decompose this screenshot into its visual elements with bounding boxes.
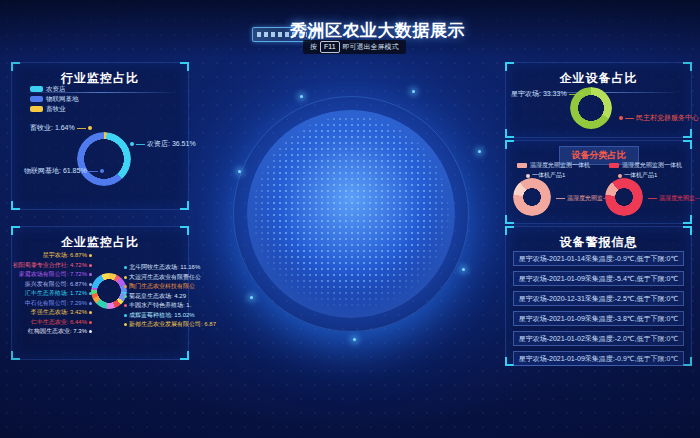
- chart-callout: 陶门生态农业科技有限公: [124, 282, 188, 292]
- chart-callout: 家庭农场有限公司: 7.72%: [14, 270, 92, 280]
- callout-dot: [88, 126, 92, 130]
- chart-callout: 星宇农场: 6.87%: [14, 251, 92, 261]
- callout-text: 物联网基地: 61.85%: [24, 166, 87, 176]
- chart-callout-text: 初阳蜀黍专业合作社: 4.72%: [13, 261, 87, 270]
- network-node-dot: [412, 90, 415, 93]
- chart-callout: 新都生态农业发展有限公司: 6.87: [124, 320, 188, 330]
- legend-dot: [30, 106, 43, 112]
- chart-callout-text: 大运河生态农业有限责任公: [129, 273, 201, 282]
- callout-dot: [618, 174, 622, 178]
- chart-callout: 红梅园生态农业: 7.3%: [14, 327, 92, 337]
- leader-line: [556, 198, 565, 199]
- legend-dot: [89, 273, 92, 276]
- chart-callout: 菊花皇生态农场: 4.29: [124, 292, 188, 302]
- chart-callout-text: 菊花皇生态农场: 4.29: [129, 292, 186, 301]
- panel-device-alarms: 设备警报信息 星宇农场-2021-01-14采集温度:-0.9℃,低于下限:0℃…: [505, 226, 692, 366]
- alarm-row-text: 星宇农场-2021-01-09采集温度:-5.4℃,低于下限:0℃: [519, 275, 679, 282]
- network-node-dot: [238, 170, 241, 173]
- chart-callout-text: 中石化有限公司: 7.29%: [25, 299, 87, 308]
- alarm-row: 星宇农场-2021-01-09采集温度:-0.9℃,低于下限:0℃: [513, 351, 684, 366]
- leader-line: [648, 198, 657, 199]
- chart-callout: 成辉蓝莓种植地: 15.02%: [124, 311, 188, 321]
- device-donut-chart[interactable]: [513, 178, 551, 216]
- panel-device-classification: 设备分类占比 温湿度光照监测一体机 一体机产品1 温湿度光照监— 温湿度光照监测…: [505, 140, 692, 224]
- legend-dot: [124, 276, 127, 279]
- alarm-row-text: 星宇农场-2021-01-02采集温度:-2.0℃,低于下限:0℃: [519, 335, 679, 342]
- legend-label: 温湿度光照监测一体机: [622, 161, 682, 170]
- panel-equipment-ratio: 企业设备占比 星宇农场: 33.33% 民主村党群服务中心: [505, 62, 692, 138]
- industry-callout-store: 农资店: 36.51%: [130, 139, 196, 149]
- dashboard-stage: 秀洲区农业大数据展示 按 F11 即可退出全屏模式 行业监控占比 农资店物联网基…: [0, 0, 700, 438]
- legend-dot: [89, 302, 92, 305]
- panel-enterprise-ratio: 企业监控占比 星宇农场: 6.87%初阳蜀黍专业合作社: 4.72%家庭农场有限…: [11, 226, 189, 360]
- chart-callout: 仁丰生态农业: 6.44%: [14, 318, 92, 328]
- callout-dot: [580, 92, 584, 96]
- chart-callout-text: 成辉蓝莓种植地: 15.02%: [129, 311, 195, 320]
- chart-callout-text: 丰园水产特色养殖场: 1.: [129, 301, 191, 310]
- classification-chart-right: 温湿度光照监测一体机 一体机产品1 温湿度光照监—: [600, 161, 692, 221]
- legend-dot: [30, 86, 43, 92]
- globe-visualization: [247, 110, 455, 318]
- panel-title: 企业监控占比: [12, 227, 188, 251]
- classification-chart-left: 温湿度光照监测一体机 一体机产品1 温湿度光照监—: [508, 161, 600, 221]
- legend-item-text: 物联网基地: [46, 95, 79, 104]
- chart-callout: 北斗阿牧生态农场: 11.16%: [124, 263, 188, 273]
- chart-callout: 李强生态农场: 3.42%: [14, 308, 92, 318]
- callout-dot: [619, 116, 623, 120]
- callout-text: 民主村党群服务中心: [636, 113, 699, 123]
- chart-callout: 初阳蜀黍专业合作社: 4.72%: [14, 261, 92, 271]
- chart-callout: 振兴发有限公司: 6.87%: [14, 280, 92, 290]
- device-donut-chart[interactable]: [605, 178, 643, 216]
- chart-callout-text: 家庭农场有限公司: 7.72%: [19, 270, 87, 279]
- industry-legend: 农资店物联网基地畜牧业: [30, 84, 79, 114]
- industry-donut-chart[interactable]: [77, 132, 131, 186]
- panel-title: 企业设备占比: [506, 63, 691, 87]
- chart-callout: 大运河生态农业有限责任公: [124, 273, 188, 283]
- legend-item-text: 农资店: [46, 85, 66, 94]
- legend-dot: [124, 304, 127, 307]
- legend-dot: [89, 330, 92, 333]
- callout-text: 温湿度光照监—: [659, 194, 700, 203]
- legend-swatch: [517, 163, 527, 168]
- legend-item: 畜牧业: [30, 104, 79, 114]
- legend-dot: [124, 285, 127, 288]
- enterprise-labels-left: 星宇农场: 6.87%初阳蜀黍专业合作社: 4.72%家庭农场有限公司: 7.7…: [14, 251, 92, 337]
- chart-callout-text: 汇丰生态养殖场: 1.72%: [25, 289, 87, 298]
- callout-text: 畜牧业: 1.64%: [30, 123, 75, 133]
- chart-callout-text: 陶门生态农业科技有限公: [129, 282, 195, 291]
- alarm-row-text: 星宇农场-2021-01-14采集温度:-0.9℃,低于下限:0℃: [519, 255, 679, 262]
- chart-callout: 汇丰生态养殖场: 1.72%: [14, 289, 92, 299]
- legend-dot: [124, 266, 127, 269]
- legend-swatch: [609, 163, 619, 168]
- legend-label: 温湿度光照监测一体机: [530, 161, 590, 170]
- leader-line: [569, 94, 578, 95]
- network-node-dot: [300, 95, 303, 98]
- callout-text: 星宇农场: 33.33%: [511, 89, 567, 99]
- equipment-callout-farm: 星宇农场: 33.33%: [511, 89, 584, 99]
- alarm-row: 星宇农场-2020-12-31采集温度:-2.5℃,低于下限:0℃: [513, 291, 684, 306]
- legend-dot: [89, 321, 92, 324]
- chart-callout-text: 红梅园生态农业: 7.3%: [28, 327, 87, 336]
- legend-dot: [89, 264, 92, 267]
- callout-dot: [130, 142, 134, 146]
- alarm-row-text: 星宇农场-2021-01-09采集温度:-0.9℃,低于下限:0℃: [519, 355, 679, 362]
- chart-callout-text: 李强生态农场: 3.42%: [31, 308, 87, 317]
- header-band: [0, 0, 700, 58]
- callout-text: 农资店: 36.51%: [147, 139, 196, 149]
- panel-industry-ratio: 行业监控占比 农资店物联网基地畜牧业 畜牧业: 1.64% 农资店: 36.51…: [11, 62, 189, 210]
- industry-callout-iot: 物联网基地: 61.85%: [24, 166, 104, 176]
- chart-callout: 中石化有限公司: 7.29%: [14, 299, 92, 309]
- chart-callout: 丰园水产特色养殖场: 1.: [124, 301, 188, 311]
- alarm-row: 星宇农场-2021-01-02采集温度:-2.0℃,低于下限:0℃: [513, 331, 684, 346]
- legend-dot: [124, 314, 127, 317]
- legend-item: 温湿度光照监测一体机: [517, 161, 590, 170]
- legend-dot: [89, 254, 92, 257]
- callout-dot: [100, 169, 104, 173]
- network-node-dot: [462, 268, 465, 271]
- legend-dot: [89, 311, 92, 314]
- legend-item: 物联网基地: [30, 94, 79, 104]
- legend-item: 温湿度光照监测一体机: [609, 161, 682, 170]
- legend-dot: [124, 295, 127, 298]
- alarm-row: 星宇农场-2021-01-14采集温度:-0.9℃,低于下限:0℃: [513, 251, 684, 266]
- enterprise-donut-chart[interactable]: [91, 273, 127, 309]
